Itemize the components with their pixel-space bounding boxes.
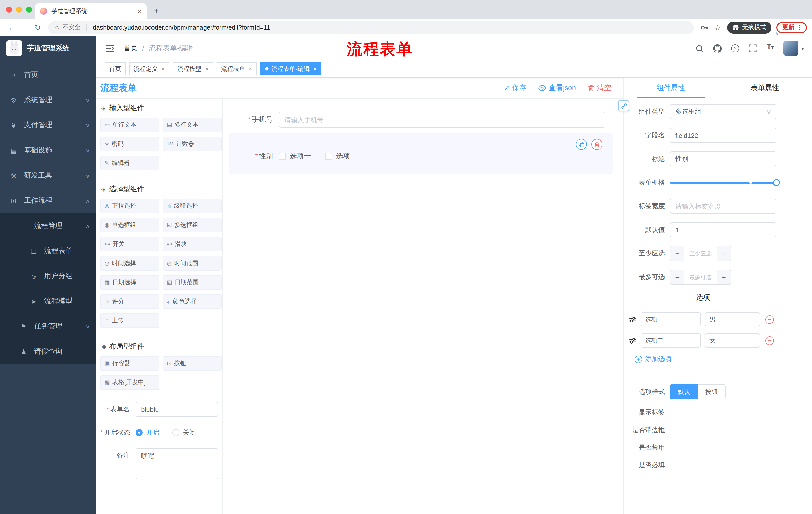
tag-process-definition[interactable]: 流程定义 × bbox=[129, 62, 169, 76]
sidebar-item-workflow[interactable]: ⊞ 工作流程 ∧ bbox=[0, 188, 96, 213]
component-type-select[interactable]: 多选框组 ∨ bbox=[670, 104, 776, 119]
bookmark-star-icon[interactable]: ☆ bbox=[711, 23, 724, 32]
palette-item-select[interactable]: ◎下拉选择 bbox=[100, 199, 159, 213]
form-remark-textarea[interactable]: 嘿嘿 bbox=[136, 448, 218, 479]
stepper-decrease-button[interactable]: − bbox=[670, 246, 685, 261]
tag-close-icon[interactable]: × bbox=[249, 65, 252, 73]
palette-item-slider[interactable]: ⊷滑块 bbox=[163, 237, 222, 251]
sidebar-item-payment[interactable]: ¥ 支付管理 ∨ bbox=[0, 113, 96, 138]
window-close-button[interactable] bbox=[6, 6, 12, 12]
slider-handle[interactable] bbox=[773, 179, 780, 186]
tab-form-props[interactable]: 表单属性 bbox=[718, 78, 812, 98]
palette-item-date-picker[interactable]: ▦日期选择 bbox=[100, 275, 159, 290]
option-label-input[interactable] bbox=[641, 312, 701, 326]
password-key-icon[interactable] bbox=[698, 23, 711, 31]
sidebar-item-home[interactable]: ◔ 首页 bbox=[0, 62, 96, 87]
sidebar-item-process-form[interactable]: ❏ 流程表单 bbox=[0, 238, 96, 264]
sidebar-item-user-group[interactable]: ☺ 用户分组 bbox=[0, 264, 96, 289]
option-label-input[interactable] bbox=[641, 333, 701, 348]
option-value-input[interactable] bbox=[705, 312, 760, 326]
palette-item-multi-line-text[interactable]: ▤多行文本 bbox=[163, 118, 222, 132]
max-select-input[interactable] bbox=[685, 270, 717, 284]
option-value-input[interactable] bbox=[705, 333, 760, 348]
breadcrumb-home[interactable]: 首页 bbox=[124, 44, 138, 53]
palette-item-button[interactable]: ⊡按钮 bbox=[163, 356, 222, 371]
reload-button[interactable]: ↻ bbox=[31, 21, 44, 34]
hamburger-icon[interactable] bbox=[105, 43, 116, 54]
clear-button[interactable]: 清空 bbox=[588, 83, 611, 92]
stepper-increase-button[interactable]: + bbox=[717, 246, 731, 261]
palette-item-radio-group[interactable]: ◉单选框组 bbox=[100, 218, 159, 232]
window-minimize-button[interactable] bbox=[16, 6, 22, 12]
sidebar-item-leave-query[interactable]: ♟ 请假查询 bbox=[0, 339, 96, 364]
fullscreen-icon[interactable] bbox=[747, 42, 759, 54]
avatar-caret-icon[interactable]: ▾ bbox=[802, 46, 804, 51]
gender-option-1-checkbox[interactable]: 选项一 bbox=[279, 152, 311, 161]
drag-handle-icon[interactable] bbox=[629, 316, 637, 323]
view-json-button[interactable]: 查看json bbox=[539, 83, 576, 92]
sidebar-item-infrastructure[interactable]: ▤ 基础设施 ∨ bbox=[0, 138, 96, 163]
sidebar-item-system[interactable]: ⚙ 系统管理 ∨ bbox=[0, 87, 96, 113]
title-input[interactable] bbox=[670, 152, 776, 166]
window-zoom-button[interactable] bbox=[26, 6, 32, 12]
palette-item-switch[interactable]: ⊶开关 bbox=[100, 237, 159, 251]
palette-item-date-range[interactable]: ▧日期范围 bbox=[163, 275, 222, 290]
palette-item-color-picker[interactable]: ◐颜色选择 bbox=[163, 294, 222, 309]
default-value-input[interactable] bbox=[670, 222, 776, 237]
palette-item-checkbox-group[interactable]: ☑多选框组 bbox=[163, 218, 222, 232]
label-width-input[interactable] bbox=[670, 199, 776, 214]
sidebar-item-task-mgmt[interactable]: ⚑ 任务管理 ∨ bbox=[0, 314, 96, 339]
style-default-button[interactable]: 默认 bbox=[670, 384, 698, 399]
field-name-input[interactable] bbox=[670, 128, 776, 143]
font-size-icon[interactable]: TT bbox=[764, 42, 776, 54]
user-avatar[interactable] bbox=[783, 41, 799, 56]
canvas-field-phone[interactable]: *手机号 bbox=[229, 112, 606, 128]
tag-process-model[interactable]: 流程模型 × bbox=[173, 62, 213, 76]
add-option-button[interactable]: + 添加选项 bbox=[635, 355, 812, 363]
palette-item-password[interactable]: ∗密码 bbox=[100, 137, 159, 152]
delete-widget-button[interactable] bbox=[591, 139, 603, 150]
link-button[interactable] bbox=[618, 100, 629, 111]
browser-tab[interactable]: 芋道管理系统 × bbox=[35, 3, 147, 19]
tab-component-props[interactable]: 组件属性 bbox=[624, 78, 718, 98]
help-icon[interactable]: ? bbox=[729, 42, 741, 54]
sidebar-item-process-mgmt[interactable]: ☰ 流程管理 ∧ bbox=[0, 213, 96, 238]
form-canvas[interactable]: *手机号 bbox=[223, 99, 623, 514]
copy-widget-button[interactable] bbox=[576, 139, 587, 150]
style-button-button[interactable]: 按钮 bbox=[698, 384, 726, 399]
phone-input[interactable] bbox=[279, 112, 606, 128]
tag-close-icon[interactable]: × bbox=[205, 65, 208, 73]
back-button[interactable]: ← bbox=[5, 21, 18, 34]
min-select-input[interactable] bbox=[685, 246, 717, 261]
drag-handle-icon[interactable] bbox=[629, 337, 637, 344]
save-button[interactable]: ✓ 保存 bbox=[504, 83, 526, 92]
tag-home[interactable]: 首页 bbox=[105, 62, 126, 76]
palette-item-time-picker[interactable]: ◷时间选择 bbox=[100, 256, 159, 271]
palette-item-upload[interactable]: ↥上传 bbox=[100, 313, 159, 328]
sidebar-item-devtools[interactable]: ⚒ 研发工具 ∨ bbox=[0, 163, 96, 188]
tag-close-icon[interactable]: × bbox=[313, 65, 317, 73]
status-on-radio[interactable]: 开启 bbox=[136, 428, 159, 437]
tag-process-form[interactable]: 流程表单 × bbox=[216, 62, 257, 76]
stepper-increase-button[interactable]: + bbox=[717, 270, 731, 284]
selected-widget-gender[interactable]: *性别 选项一 选项二 bbox=[229, 133, 612, 173]
tag-process-form-edit[interactable]: 流程表单-编辑 × bbox=[260, 62, 321, 76]
canvas-field-gender[interactable]: *性别 选项一 选项二 bbox=[229, 152, 612, 161]
browser-update-button[interactable]: 更新 ⋮ bbox=[776, 22, 807, 33]
form-name-input[interactable] bbox=[136, 402, 218, 417]
palette-item-row-container[interactable]: ▣行容器 bbox=[100, 356, 159, 371]
kebab-menu-icon[interactable]: ⋮ bbox=[796, 24, 803, 31]
sidebar-item-process-model[interactable]: ➤ 流程模型 bbox=[0, 289, 96, 314]
remove-option-button[interactable]: − bbox=[765, 336, 774, 345]
palette-item-table[interactable]: ▩表格[开发中] bbox=[100, 375, 159, 390]
palette-item-cascader[interactable]: ⋔级联选择 bbox=[163, 199, 222, 213]
palette-item-single-line-text[interactable]: ▭单行文本 bbox=[100, 118, 159, 132]
remove-option-button[interactable]: − bbox=[765, 315, 774, 324]
gender-option-2-checkbox[interactable]: 选项二 bbox=[325, 152, 357, 161]
palette-item-rich-editor[interactable]: ✎编辑器 bbox=[100, 156, 159, 170]
palette-item-time-range[interactable]: ◴时间范围 bbox=[163, 256, 222, 271]
tab-close-icon[interactable]: × bbox=[138, 7, 142, 15]
address-bar[interactable]: ⚠ 不安全 dashboard.yudao.iocoder.cn/bpm/man… bbox=[48, 21, 694, 34]
search-icon[interactable] bbox=[694, 42, 706, 54]
forward-button[interactable]: → bbox=[18, 21, 31, 34]
